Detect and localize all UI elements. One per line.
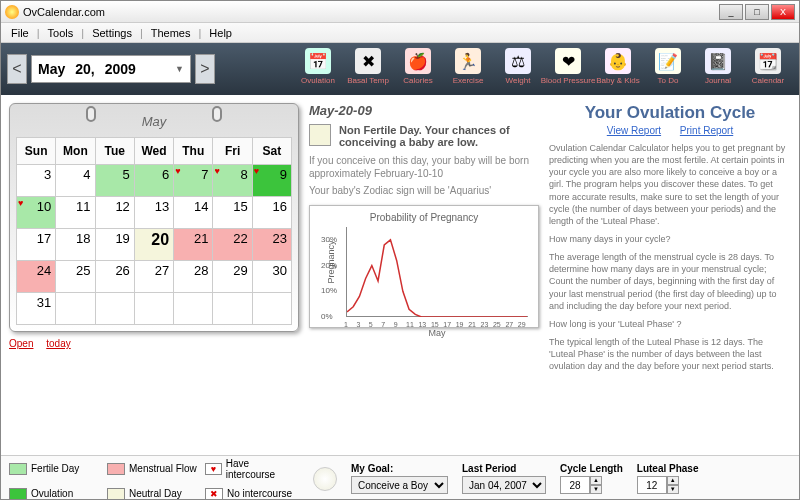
menu-tools[interactable]: Tools <box>42 25 80 41</box>
info-title: Your Ovulation Cycle <box>549 103 791 123</box>
calendar-day[interactable]: 29 <box>213 261 252 293</box>
legend-neutral-swatch <box>107 488 125 500</box>
calendar-day[interactable]: 11 <box>56 197 95 229</box>
date-dropdown-icon[interactable]: ▼ <box>175 64 184 74</box>
probability-chart: Probability of Pregnancy Pregnancy May 0… <box>309 205 539 328</box>
calendar-day[interactable]: 14 <box>174 197 213 229</box>
dow-header: Mon <box>56 138 95 165</box>
print-report-link[interactable]: Print Report <box>680 125 733 136</box>
next-date-button[interactable]: > <box>195 54 215 84</box>
toolbar-ovulation[interactable]: 📅Ovulation <box>293 46 343 92</box>
menu-settings[interactable]: Settings <box>86 25 138 41</box>
legend-menstrual-swatch <box>107 463 125 475</box>
calendar-today-link[interactable]: today <box>46 338 70 349</box>
window-title: OvCalendar.com <box>23 6 719 18</box>
calendar-day[interactable]: 24 <box>17 261 56 293</box>
menu-file[interactable]: File <box>5 25 35 41</box>
calendar-widget: May SunMonTueWedThuFriSat3456♥7♥8♥9♥1011… <box>9 103 299 332</box>
menu-themes[interactable]: Themes <box>145 25 197 41</box>
calendar-day[interactable]: ♥9 <box>252 165 291 197</box>
dow-header: Tue <box>95 138 134 165</box>
calendar-day[interactable] <box>56 293 95 325</box>
toolbar-journal[interactable]: 📓Journal <box>693 46 743 92</box>
day-type-text: Non Fertile Day. Your chances of conceiv… <box>339 124 539 148</box>
calendar-day[interactable]: 25 <box>56 261 95 293</box>
calendar-day[interactable]: 18 <box>56 229 95 261</box>
calendar-open-link[interactable]: Open <box>9 338 33 349</box>
toolbar-bp[interactable]: ❤Blood Pressure <box>543 46 593 92</box>
chart-xlabel: May <box>428 328 445 338</box>
calendar-day[interactable]: ♥10 <box>17 197 56 229</box>
dow-header: Wed <box>134 138 173 165</box>
toolbar-calendar[interactable]: 📆Calendar <box>743 46 793 92</box>
luteal-input[interactable] <box>637 476 667 494</box>
minimize-button[interactable]: _ <box>719 4 743 20</box>
goal-label: My Goal: <box>351 463 448 474</box>
close-button[interactable]: X <box>771 4 795 20</box>
flower-icon <box>313 467 337 491</box>
cycle-down[interactable]: ▼ <box>590 485 602 494</box>
calendar-grid: SunMonTueWedThuFriSat3456♥7♥8♥9♥10111213… <box>16 137 292 325</box>
calendar-day[interactable]: 17 <box>17 229 56 261</box>
calendar-day[interactable]: 27 <box>134 261 173 293</box>
toolbar-exercise[interactable]: 🏃Exercise <box>443 46 493 92</box>
period-label: Last Period <box>462 463 546 474</box>
cycle-label: Cycle Length <box>560 463 623 474</box>
legend-fertile-swatch <box>9 463 27 475</box>
dow-header: Fri <box>213 138 252 165</box>
calendar-day[interactable]: ♥7 <box>174 165 213 197</box>
selected-date-heading: May-20-09 <box>309 103 539 118</box>
calendar-day[interactable]: 15 <box>213 197 252 229</box>
window-titlebar: OvCalendar.com _ □ X <box>1 1 799 23</box>
calendar-day[interactable]: 4 <box>56 165 95 197</box>
toolbar-basal[interactable]: ✖Basal Temp <box>343 46 393 92</box>
calendar-day[interactable]: 26 <box>95 261 134 293</box>
calendar-day[interactable]: 21 <box>174 229 213 261</box>
maximize-button[interactable]: □ <box>745 4 769 20</box>
cycle-up[interactable]: ▲ <box>590 476 602 485</box>
calendar-day[interactable]: 30 <box>252 261 291 293</box>
toolbar-baby[interactable]: 👶Baby & Kids <box>593 46 643 92</box>
toolbar-weight[interactable]: ⚖Weight <box>493 46 543 92</box>
calendar-day[interactable]: 31 <box>17 293 56 325</box>
calendar-day[interactable] <box>95 293 134 325</box>
cycle-input[interactable] <box>560 476 590 494</box>
period-select[interactable]: Jan 04, 2007 <box>462 476 546 494</box>
chart-title: Probability of Pregnancy <box>316 212 532 223</box>
day-type-swatch <box>309 124 331 146</box>
calendar-day[interactable] <box>134 293 173 325</box>
calendar-day[interactable] <box>174 293 213 325</box>
calendar-day[interactable]: 16 <box>252 197 291 229</box>
luteal-label: Luteal Phase <box>637 463 699 474</box>
app-icon <box>5 5 19 19</box>
zodiac-text: Your baby's Zodiac sign will be 'Aquariu… <box>309 184 539 197</box>
calendar-day[interactable]: 22 <box>213 229 252 261</box>
toolbar-todo[interactable]: 📝To Do <box>643 46 693 92</box>
menubar: File| Tools| Settings| Themes| Help <box>1 23 799 43</box>
date-display[interactable]: May 20, 2009 ▼ <box>31 55 191 83</box>
luteal-down[interactable]: ▼ <box>667 485 679 494</box>
prev-date-button[interactable]: < <box>7 54 27 84</box>
legend-ovulation-swatch <box>9 488 27 500</box>
calendar-day[interactable]: 6 <box>134 165 173 197</box>
goal-select[interactable]: Conceive a Boy <box>351 476 448 494</box>
view-report-link[interactable]: View Report <box>607 125 661 136</box>
luteal-up[interactable]: ▲ <box>667 476 679 485</box>
menu-help[interactable]: Help <box>203 25 238 41</box>
calendar-day[interactable]: 13 <box>134 197 173 229</box>
info-text: Ovulation Calendar Calculator helps you … <box>549 142 791 372</box>
toolbar-calories[interactable]: 🍎Calories <box>393 46 443 92</box>
calendar-day[interactable]: 28 <box>174 261 213 293</box>
legend-heart-icon: ♥ <box>205 463 222 475</box>
calendar-day[interactable]: 3 <box>17 165 56 197</box>
calendar-day[interactable]: 20 <box>134 229 173 261</box>
calendar-day[interactable] <box>252 293 291 325</box>
calendar-day[interactable]: ♥8 <box>213 165 252 197</box>
legend-x-icon: ✖ <box>205 488 223 500</box>
calendar-day[interactable]: 12 <box>95 197 134 229</box>
dow-header: Sat <box>252 138 291 165</box>
calendar-day[interactable]: 19 <box>95 229 134 261</box>
calendar-day[interactable]: 23 <box>252 229 291 261</box>
calendar-day[interactable] <box>213 293 252 325</box>
calendar-day[interactable]: 5 <box>95 165 134 197</box>
